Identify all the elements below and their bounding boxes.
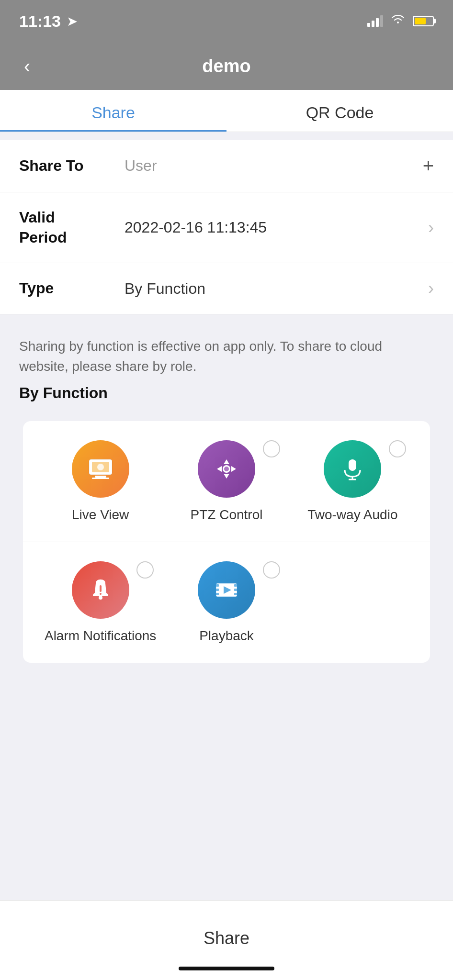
status-time: 11:13: [19, 12, 61, 31]
info-subtitle: By Function: [19, 384, 434, 402]
svg-rect-16: [100, 585, 102, 592]
svg-marker-9: [231, 466, 236, 472]
svg-point-11: [224, 467, 229, 471]
form-section: Share To User + Valid Period 2022-02-16 …: [0, 140, 453, 314]
live-view-label: Live View: [72, 507, 129, 523]
function-grid: Live View: [23, 421, 430, 663]
live-view-icon-circle: [72, 440, 129, 498]
tab-bar: Share QR Code: [0, 90, 453, 132]
share-button-container: Share: [0, 900, 453, 980]
valid-period-label: Valid Period: [19, 208, 115, 247]
function-row-1: Live View: [23, 421, 430, 542]
svg-rect-3: [92, 478, 109, 479]
svg-rect-21: [216, 589, 219, 591]
svg-rect-12: [349, 459, 356, 471]
function-playback[interactable]: Playback: [163, 561, 289, 644]
svg-rect-23: [234, 584, 237, 587]
svg-rect-2: [95, 476, 106, 478]
signal-icon: [367, 15, 383, 27]
svg-rect-25: [234, 593, 237, 595]
battery-icon: [413, 16, 434, 26]
function-two-way-audio[interactable]: Two-way Audio: [290, 440, 416, 523]
add-user-button[interactable]: +: [418, 155, 434, 177]
share-to-row: Share To User +: [0, 140, 453, 192]
share-to-label: Share To: [19, 156, 115, 176]
svg-point-5: [97, 464, 104, 470]
svg-marker-8: [217, 466, 222, 472]
svg-point-15: [99, 596, 102, 600]
svg-rect-20: [216, 584, 219, 587]
wifi-icon: [391, 14, 405, 29]
alarm-label: Alarm Notifications: [45, 628, 156, 644]
alarm-radio[interactable]: [136, 561, 154, 579]
alarm-icon-circle: [72, 561, 129, 619]
status-right: [367, 14, 434, 29]
playback-icon-circle: [198, 561, 255, 619]
nav-title: demo: [202, 56, 250, 77]
bottom-spacer: [0, 672, 453, 864]
valid-period-chevron: ›: [423, 218, 434, 238]
type-label: Type: [19, 278, 115, 299]
function-row-2: Alarm Notifications: [23, 542, 430, 663]
back-button[interactable]: ‹: [19, 51, 35, 82]
ptz-control-label: PTZ Control: [191, 507, 263, 523]
svg-rect-24: [234, 589, 237, 591]
valid-period-value: 2022-02-16 11:13:45: [115, 219, 423, 236]
svg-rect-17: [100, 593, 102, 595]
function-live-view[interactable]: Live View: [37, 440, 163, 523]
type-value: By Function: [115, 280, 423, 298]
playback-radio[interactable]: [263, 561, 280, 579]
info-box: Sharing by function is effective on app …: [0, 322, 453, 412]
home-indicator: [179, 967, 274, 970]
nav-bar: ‹ demo: [0, 42, 453, 90]
tab-share[interactable]: Share: [0, 90, 226, 132]
two-way-audio-label: Two-way Audio: [307, 507, 397, 523]
svg-marker-6: [224, 459, 229, 464]
ptz-icon-circle: [198, 440, 255, 498]
svg-rect-22: [216, 593, 219, 595]
function-ptz-control[interactable]: PTZ Control: [163, 440, 289, 523]
info-text: Sharing by function is effective on app …: [19, 336, 434, 377]
two-way-audio-radio[interactable]: [389, 440, 406, 457]
share-button[interactable]: Share: [19, 915, 434, 962]
playback-label: Playback: [199, 628, 254, 644]
type-row[interactable]: Type By Function ›: [0, 263, 453, 314]
svg-marker-7: [224, 474, 229, 479]
type-chevron: ›: [423, 278, 434, 299]
share-to-value: User: [115, 157, 418, 175]
valid-period-row[interactable]: Valid Period 2022-02-16 11:13:45 ›: [0, 192, 453, 263]
ptz-radio[interactable]: [263, 440, 280, 457]
tab-qr-code[interactable]: QR Code: [226, 90, 453, 132]
function-alarm-notifications[interactable]: Alarm Notifications: [37, 561, 163, 644]
two-way-audio-icon-circle: [324, 440, 381, 498]
location-icon: ➤: [67, 13, 78, 29]
status-bar: 11:13 ➤: [0, 0, 453, 42]
